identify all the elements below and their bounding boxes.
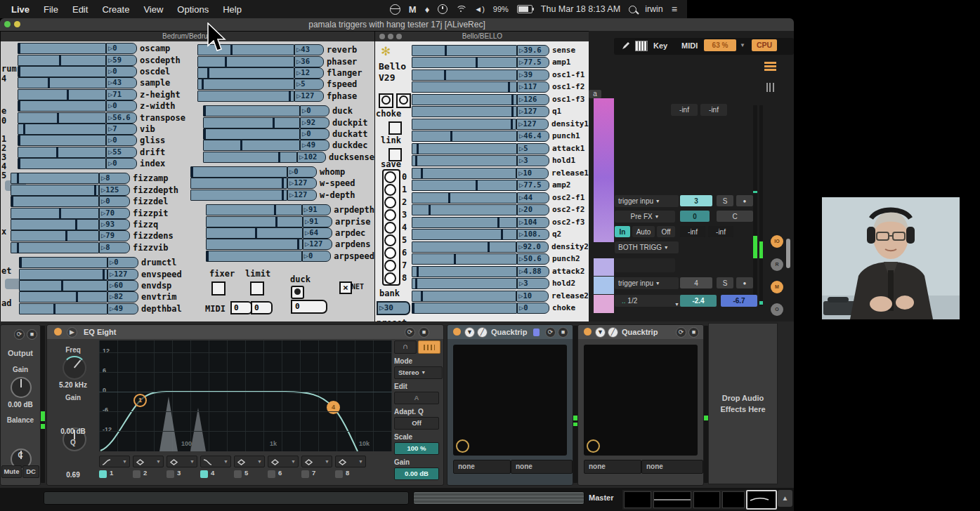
hot-swap-icon[interactable]: ⟳ [14,329,25,340]
param-slider-duckatt[interactable] [203,128,300,140]
param-number-index[interactable]: ▷0 [106,158,137,169]
param-number-reverb[interactable]: ▷43 [294,44,324,55]
duck-bang-button[interactable] [291,286,304,299]
param-slider-sense[interactable] [412,45,517,56]
overview-selection[interactable] [746,490,777,510]
freq-value[interactable]: 5.20 kHz [47,381,99,389]
param-slider-depthbal[interactable] [19,303,107,314]
param-number-transpose[interactable]: ▷56.6 [106,112,137,124]
param-slider-q2[interactable] [412,229,517,240]
param-slider-duckdec[interactable] [203,140,300,151]
eq-eight-header[interactable]: ▶ EQ Eight ⟳ ■ [47,325,443,339]
param-number-w-depth[interactable]: ▷127 [287,190,317,201]
param-slider-punch2[interactable] [412,253,517,265]
param-slider-envtrim[interactable] [19,291,107,303]
param-slider-sample[interactable] [18,77,106,88]
send-amount[interactable]: 3 [680,195,712,206]
param-number-sense[interactable]: ▷39.6 [517,45,549,56]
menu-item-edit[interactable]: Edit [65,4,95,15]
param-slider-envdsp[interactable] [19,280,107,291]
param-slider-attack2[interactable] [412,266,517,277]
q-value[interactable]: 0.69 [47,471,99,479]
param-number-release2[interactable]: ▷10 [516,291,549,302]
param-slider-fizzamp[interactable] [11,173,99,184]
gmail-icon[interactable]: M [409,4,417,15]
param-number-duck[interactable]: ▷0 [300,105,329,117]
param-number-envspeed[interactable]: ▷127 [107,269,138,280]
play-icon[interactable]: ▶ [67,327,77,338]
param-number-attack1[interactable]: ▷5 [517,143,549,154]
param-slider-amp1[interactable] [412,57,517,68]
device-on-led[interactable] [453,328,461,336]
param-number-density2[interactable]: ▷92.0 [516,241,549,253]
hot-swap-icon[interactable]: ⟳ [545,327,556,338]
eq-band-checkbox[interactable] [335,470,343,478]
scale-value[interactable]: 100 % [394,442,439,455]
param-slider-transpose[interactable] [18,112,106,124]
mixer-button[interactable]: M [771,281,783,293]
param-slider-z-width[interactable] [18,100,106,112]
mute-button[interactable]: Mute [1,465,22,478]
fold-icon[interactable]: ▼ [595,327,606,338]
bank-number[interactable]: ▷30 [377,301,410,315]
param-slider-duck[interactable] [203,105,300,117]
pencil-icon[interactable] [621,41,631,51]
param-number-fspeed[interactable]: ▷5 [294,79,324,90]
radio-circle-icon[interactable] [384,184,396,196]
clip-strip[interactable] [594,98,614,242]
param-slider-release1[interactable] [412,168,516,179]
menu-item-create[interactable]: Create [95,4,136,15]
gain-knob[interactable] [11,377,32,398]
eq-band-checkbox[interactable] [268,470,275,478]
param-slider-arpspeed[interactable] [206,251,302,262]
param-slider-osc1-f2[interactable] [412,81,517,93]
param-number-sample[interactable]: ▷43 [106,77,137,88]
param-number-osc2-f2[interactable]: ▷20 [517,204,549,215]
monitor-auto-button[interactable]: Auto [632,226,655,237]
prefx-dropdown[interactable]: Pre FX ▼ [615,211,675,223]
gain-value[interactable]: 0.00 dB [47,427,99,435]
param-number-duckatt[interactable]: ▷0 [300,128,329,140]
param-slider-density1[interactable] [412,119,516,130]
link-checkbox[interactable] [388,121,402,135]
drop-icon[interactable]: ♦ [425,4,430,15]
freq-knob[interactable] [63,356,86,380]
device-on-led[interactable] [54,328,62,336]
eq-node-1[interactable]: 1 [133,394,147,407]
limit-checkbox[interactable] [250,281,264,296]
eq-band-filter-dropdown[interactable]: ▼ [166,456,197,467]
eq-band-checkbox[interactable] [133,470,141,478]
window-title-bar[interactable]: pamala triggers with hang tester 17j [AL… [0,18,794,31]
param-number-oscdepth[interactable]: ▷59 [106,55,137,66]
param-none-1[interactable]: none [584,460,641,474]
param-slider-duckpit[interactable] [203,117,300,128]
param-number-arpspeed[interactable]: ▷0 [302,251,332,262]
preset-radio-7[interactable]: 7 [384,259,399,272]
key-button[interactable]: Key [653,41,667,50]
headphone-icon[interactable]: ∩ [394,340,417,354]
param-slider-oscdel[interactable] [18,66,106,77]
wrench-icon[interactable]: ╱ [477,327,488,338]
clip-strip[interactable] [594,295,614,313]
param-number-envtrim[interactable]: ▷82 [107,291,138,303]
param-number-z-height[interactable]: ▷71 [106,89,137,100]
hamburger-icon[interactable] [764,62,776,71]
param-slider-ducksense[interactable] [203,152,297,163]
chevron-down-icon[interactable]: ▼ [740,42,745,48]
param-number-drumctl[interactable]: ▷0 [107,257,138,268]
bello-window-title[interactable]: Bello/BELLO [375,32,589,41]
param-number-release1[interactable]: ▷10 [516,168,549,179]
midi-button[interactable]: MIDI [681,41,698,50]
eq-band-filter-dropdown[interactable]: ▼ [301,456,332,467]
param-slider-fizzdepth[interactable] [11,185,99,196]
param-slider-hold2[interactable] [412,278,517,289]
param-number-fizzvib[interactable]: ▷8 [99,242,130,253]
param-number-punch2[interactable]: ▷50.6 [517,253,549,265]
eq-band-filter-dropdown[interactable]: ▼ [133,456,164,467]
param-number-punch1[interactable]: ▷46.4 [517,131,549,142]
pan-value[interactable]: -6.7 [721,295,757,307]
preset-radio-5[interactable]: 5 [384,234,399,246]
param-slider-q1[interactable] [412,106,517,117]
menu-item-live[interactable]: Live [0,4,37,15]
radio-circle-icon[interactable] [384,222,396,234]
